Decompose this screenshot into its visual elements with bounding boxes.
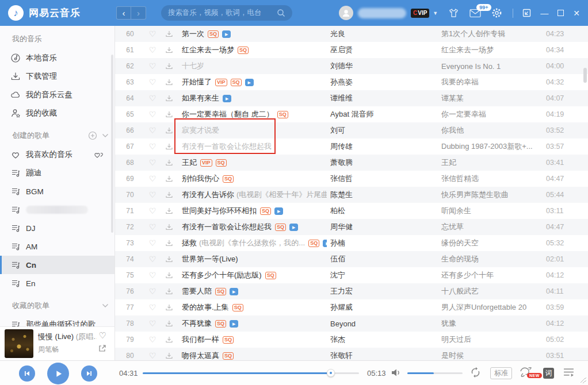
like-icon[interactable]: ♡ [145,110,160,119]
song-artist[interactable]: 柏松 [327,206,438,216]
download-icon[interactable] [160,191,178,199]
now-playing-title[interactable]: 慢慢 (Live) (原唱… [38,332,97,342]
sidebar-item-en[interactable]: En [0,274,114,292]
heartbeat-mode-icon[interactable] [93,150,105,159]
sidebar-item-cn[interactable]: Cn [0,256,114,274]
volume-button[interactable] [391,368,402,378]
table-row[interactable]: 65♡你一定要幸福（翻自 虎二）SQAybat 混音师你一定要幸福04:19 [115,106,588,122]
mv-badge[interactable]: ▶ [289,224,298,231]
song-title[interactable]: 需要人陪SQ▶ [178,286,327,297]
song-album[interactable]: 明天过后 [438,334,541,345]
username-blurred[interactable] [358,8,406,18]
song-artist[interactable]: 巫启贤 [327,45,438,55]
previous-button[interactable] [19,365,35,382]
table-row[interactable]: 63♡开始懂了VIPSQ▶孙燕姿我要的幸福04:32 [115,74,588,90]
song-title[interactable]: 有没有一首歌会让你想起我SQ▶ [178,222,327,232]
next-button[interactable] [81,365,97,382]
song-album[interactable]: Everyone Is No. 1 [438,62,541,71]
song-artist[interactable]: 王力宏 [327,286,438,297]
download-icon[interactable] [160,303,178,311]
mini-mode-button[interactable] [522,9,531,17]
sidebar-item-我喜欢的音乐[interactable]: 我喜欢的音乐 [0,145,114,164]
song-title[interactable]: 不再犹豫SQ▶ [178,318,327,329]
like-icon[interactable]: ♡ [145,61,160,71]
table-row[interactable]: 80♡吻得太逼真SQ张敬轩是时候03:51 [115,348,588,360]
song-album[interactable]: 你我他 [438,125,541,136]
song-album[interactable]: 男人深声Unforgettable 20 [438,302,541,313]
theme-skin-button[interactable] [448,7,459,18]
search-input[interactable]: 搜索音乐，视频，歌词，电台 [161,5,292,21]
table-row[interactable]: 61♡红尘来去一场梦SQ巫启贤红尘来去一场梦04:34 [115,42,588,58]
song-title[interactable]: 开始懂了VIPSQ▶ [178,77,327,87]
download-icon[interactable] [160,223,178,231]
like-icon[interactable]: ♡ [145,142,160,151]
like-icon[interactable]: ♡ [145,335,160,344]
song-artist[interactable]: 张杰 [327,334,438,345]
mv-badge[interactable]: ▶ [245,79,254,86]
table-row[interactable]: 76♡需要人陪SQ▶王力宏十八般武艺04:11 [115,283,588,299]
song-artist[interactable]: 孙楠 [327,238,438,248]
mv-badge[interactable]: ▶ [222,30,231,38]
download-icon[interactable] [160,78,178,86]
song-title[interactable]: 第一次SQ▶ [178,29,327,39]
quality-button[interactable]: 标准 [490,367,512,379]
table-row[interactable]: 75♡还有多少个十年(励志版)SQ沈宁还有多少个十年04:12 [115,267,588,283]
song-artist[interactable]: 伍佰 [327,254,438,264]
sound-effect-button[interactable]: NEW [519,366,533,381]
song-album[interactable]: 王妃 [438,157,541,168]
loop-mode-button[interactable] [469,367,482,378]
song-title[interactable]: 如果有来生▶ [178,93,327,103]
like-icon[interactable]: ♡ [145,287,160,296]
list-scrollbar[interactable] [583,68,587,83]
chevron-down-icon[interactable] [102,303,109,308]
song-artist[interactable]: 萧敬腾 [327,157,438,168]
song-album[interactable]: 还有多少个十年 [438,270,541,280]
table-row[interactable]: 67♡有没有一首歌会让你想起我周传雄Dubbing 1987-2003新歌+..… [115,138,588,155]
song-artist[interactable]: Beyond [327,319,438,328]
like-icon[interactable]: ♡ [145,319,160,328]
song-title[interactable]: 红尘来去一场梦SQ [178,45,327,55]
like-icon[interactable]: ♡ [99,330,106,341]
like-icon[interactable]: ♡ [145,174,160,183]
add-playlist-icon[interactable] [88,131,97,140]
download-icon[interactable] [160,159,178,167]
download-icon[interactable] [160,46,178,54]
sidebar-item-am[interactable]: AM [0,237,114,256]
song-album[interactable]: 张信哲精选 [438,174,541,184]
like-icon[interactable]: ♡ [145,158,160,167]
chevron-down-icon[interactable]: ▼ [433,10,438,16]
mv-badge[interactable]: ▶ [223,95,231,102]
sidebar-item-blurred[interactable] [0,201,114,219]
song-artist[interactable]: 周华健 [327,222,438,232]
like-icon[interactable]: ♡ [145,238,160,248]
user-avatar[interactable] [339,6,353,20]
like-icon[interactable]: ♡ [145,351,160,360]
download-icon[interactable] [160,62,178,70]
like-icon[interactable]: ♡ [145,206,160,215]
song-album[interactable]: 十八般武艺 [438,286,541,297]
song-title[interactable]: 王妃VIPSQ [178,157,327,168]
mv-badge[interactable]: ▶ [230,320,238,328]
progress-bar[interactable] [143,372,359,374]
table-row[interactable]: 60♡第一次SQ▶光良第1次个人创作专辑04:23 [115,26,588,42]
song-album[interactable]: 第1次个人创作专辑 [438,29,541,39]
share-icon[interactable] [98,344,106,352]
song-title[interactable]: 有没有人告诉你(电视剧《相爱十年》片尾曲) [178,190,327,200]
table-row[interactable]: 69♡别怕我伤心SQ张信哲张信哲精选04:47 [115,171,588,187]
table-row[interactable]: 78♡不再犹豫SQ▶Beyond犹豫04:12 [115,315,588,332]
download-icon[interactable] [160,271,178,279]
song-artist[interactable]: 谭维维 [327,93,438,103]
table-row[interactable]: 64♡如果有来生▶谭维维谭某某04:07 [115,90,588,106]
like-icon[interactable]: ♡ [145,303,160,312]
song-album[interactable]: 谭某某 [438,93,541,103]
table-row[interactable]: 73♡拯救(电视剧《拿什么拯救你，我的...SQ▶孙楠缘份的天空05:32 [115,235,588,251]
download-icon[interactable] [160,126,178,134]
download-icon[interactable] [160,352,178,360]
minimize-button[interactable]: — [540,9,548,18]
song-album[interactable]: 忘忧草 [438,222,541,232]
song-title[interactable]: 吻得太逼真SQ [178,351,327,360]
song-album[interactable]: 红尘来去一场梦 [438,45,541,55]
song-album[interactable]: 是时候 [438,351,541,360]
song-artist[interactable]: 张敬轩 [327,351,438,360]
sidebar-item-我的音乐云盘[interactable]: 我的音乐云盘 [0,86,114,104]
